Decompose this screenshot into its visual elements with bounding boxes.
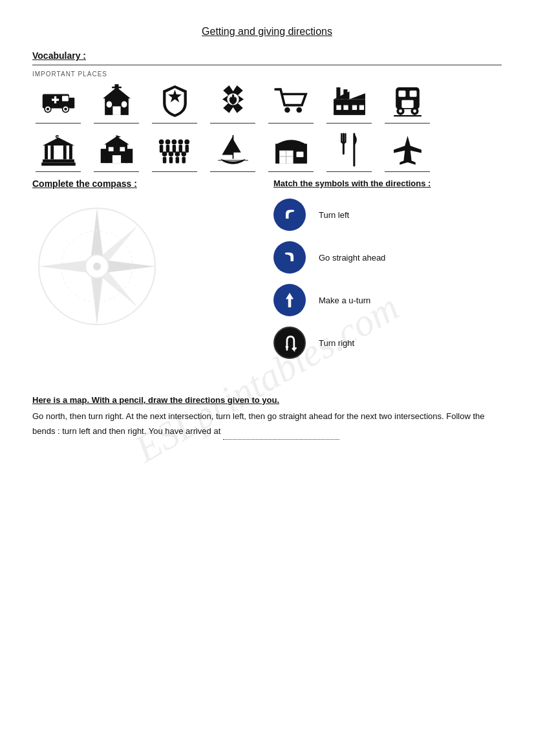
compass-section-label: Complete the compass :: [32, 178, 261, 189]
svg-point-58: [165, 139, 170, 144]
icon-underline: [152, 123, 197, 124]
sailboat-icon-item: [207, 130, 259, 172]
sailboat-icon: [210, 130, 255, 169]
factory-icon: [326, 81, 372, 120]
svg-point-37: [413, 109, 416, 113]
svg-point-5: [64, 107, 67, 110]
uturn-sign: [273, 327, 306, 359]
svg-rect-13: [112, 106, 120, 114]
svg-rect-73: [182, 157, 186, 163]
icons-row-1: [32, 81, 502, 124]
svg-rect-82: [296, 151, 303, 157]
train-icon: [385, 81, 430, 120]
warehouse-icon-item: [265, 130, 317, 172]
svg-rect-29: [359, 105, 363, 109]
svg-rect-46: [41, 162, 76, 166]
svg-rect-7: [52, 98, 59, 100]
direction-label-3: Make a u-turn: [319, 296, 370, 305]
fire-dept-icon-item: [207, 81, 259, 124]
warehouse-icon: [268, 130, 314, 169]
svg-rect-69: [169, 157, 173, 163]
svg-marker-12: [103, 87, 131, 98]
svg-point-20: [296, 107, 302, 113]
bank-icon: $: [36, 130, 81, 169]
svg-rect-14: [106, 101, 112, 107]
school-icon-item: [91, 130, 142, 172]
icon-underline: [152, 171, 197, 172]
cemetery-icon-item: [149, 130, 200, 172]
ambulance-icon-item: [32, 81, 84, 124]
svg-marker-76: [233, 139, 240, 153]
svg-rect-44: [69, 146, 72, 159]
icon-underline: [268, 123, 314, 124]
airport-icon-item: [381, 130, 433, 172]
shopping-cart-icon: [268, 81, 314, 120]
icon-underline: [326, 123, 372, 124]
icon-underline: [385, 171, 430, 172]
school-icon: [94, 130, 139, 169]
direction-label-1: Turn left: [319, 210, 349, 220]
icon-underline: [94, 171, 139, 172]
svg-rect-33: [401, 100, 413, 107]
direction-label-2: Go straight ahead: [319, 253, 385, 263]
svg-point-97: [93, 263, 101, 270]
turn-right-sign: [273, 199, 306, 231]
svg-point-60: [171, 139, 176, 144]
compass-area: [32, 202, 261, 333]
icon-underline: [36, 171, 81, 172]
svg-point-66: [162, 151, 167, 157]
svg-rect-31: [398, 91, 405, 97]
svg-rect-42: [50, 146, 54, 159]
svg-marker-40: [43, 137, 74, 145]
cemetery-icon: [152, 130, 197, 169]
svg-rect-67: [162, 157, 166, 163]
svg-rect-27: [343, 105, 348, 109]
ambulance-icon: [36, 81, 81, 120]
svg-rect-65: [185, 144, 189, 152]
direction-label-4: Turn right: [319, 338, 354, 348]
icon-underline: [36, 123, 81, 124]
svg-rect-59: [166, 144, 169, 152]
straight-sign: [273, 284, 306, 316]
svg-rect-61: [172, 144, 176, 152]
icon-underline: [210, 123, 255, 124]
church-icon-item: [91, 81, 142, 124]
vocabulary-label: Vocabulary :: [32, 50, 502, 61]
church-icon: [94, 81, 139, 120]
svg-rect-63: [178, 144, 182, 152]
map-instruction: Here is a map. With a pencil, draw the d…: [32, 395, 502, 405]
shopping-cart-icon-item: [265, 81, 317, 124]
svg-rect-1: [69, 98, 74, 109]
svg-point-70: [175, 151, 180, 157]
svg-rect-71: [175, 157, 179, 163]
svg-rect-53: [108, 147, 113, 151]
svg-point-62: [178, 139, 183, 144]
airport-icon: [385, 130, 430, 169]
fire-dept-icon: [210, 81, 255, 120]
icon-underline: [210, 171, 255, 172]
svg-rect-28: [352, 105, 356, 109]
important-places-label: IMPORTANT PLACES: [32, 70, 502, 78]
match-row-2: Go straight ahead: [273, 241, 502, 274]
svg-rect-15: [121, 101, 127, 107]
svg-point-19: [284, 107, 290, 113]
match-row-1: Turn left: [273, 199, 502, 231]
svg-marker-75: [222, 136, 233, 155]
turn-left-sign: [273, 241, 306, 274]
svg-rect-32: [409, 91, 416, 97]
restaurant-icon-item: [323, 130, 375, 172]
map-text: Go north, then turn right. At the next i…: [32, 409, 502, 440]
svg-marker-50: [116, 135, 121, 138]
match-row-4: Turn right: [273, 327, 502, 359]
svg-marker-25: [349, 93, 365, 99]
svg-point-3: [46, 107, 48, 110]
svg-point-68: [168, 151, 173, 157]
match-section: Turn left Go straight ahead: [273, 199, 502, 359]
svg-rect-49: [116, 135, 116, 140]
svg-point-64: [184, 139, 189, 144]
restaurant-icon: [326, 130, 372, 169]
answer-line: [223, 424, 339, 439]
icon-underline: [385, 123, 430, 124]
icon-underline: [268, 171, 314, 172]
svg-marker-100: [285, 346, 288, 349]
